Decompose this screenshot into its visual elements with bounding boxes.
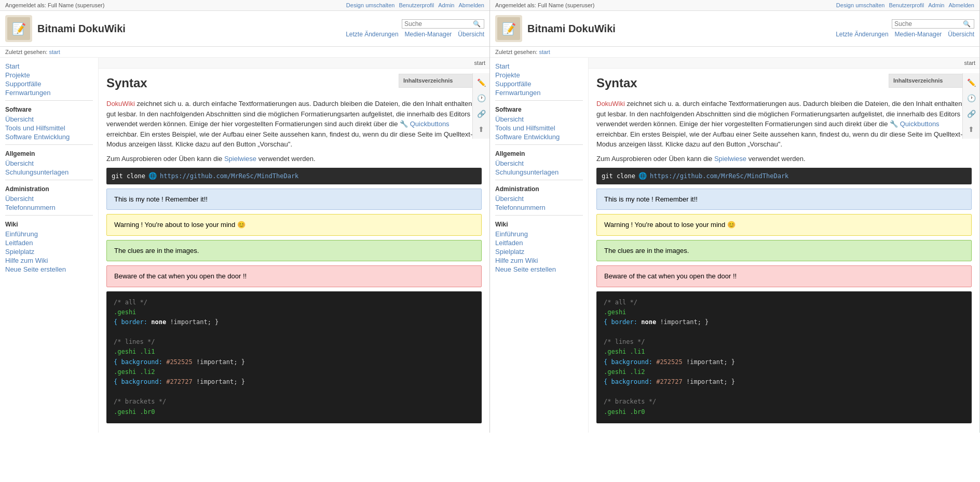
left-admin[interactable]: Admin: [438, 2, 454, 8]
left-sidebar-einfuhrung[interactable]: Einführung: [5, 230, 93, 238]
right-logout[interactable]: Abmelden: [948, 2, 974, 8]
left-cs-important3: !important; }: [193, 378, 245, 385]
left-sidebar-schulung[interactable]: Schulungsunterlagen: [5, 168, 93, 177]
left-site-title: Bitnami DokuWiki: [37, 23, 126, 35]
left-sidebar-neue-seite[interactable]: Neue Seite erstellen: [5, 265, 93, 274]
left-main-layout: Start Projekte Supportfälle Fernwartunge…: [0, 58, 489, 433]
right-sidebar-leitfaden[interactable]: Leitfaden: [495, 238, 583, 247]
right-sidebar-hilfe[interactable]: Hilfe zum Wiki: [495, 256, 583, 265]
right-sidebar-einfuhrung[interactable]: Einführung: [495, 230, 583, 238]
left-sidebar-spielplatz[interactable]: Spielplatz: [5, 247, 93, 256]
right-sidebar-supportfaelle[interactable]: Supportfälle: [495, 79, 583, 88]
right-user-profile[interactable]: Benutzerprofil: [889, 2, 924, 8]
right-search-button[interactable]: 🔍: [962, 20, 972, 28]
left-sidebar-ubersicht-sw[interactable]: Übersicht: [5, 115, 93, 124]
left-sidebar-software-title: Software: [5, 106, 93, 113]
left-user-profile[interactable]: Benutzerprofil: [399, 2, 434, 8]
right-search-input[interactable]: [894, 20, 962, 28]
right-recent-changes[interactable]: Letzte Änderungen: [836, 31, 888, 38]
right-cs-important3: !important; }: [683, 378, 735, 385]
right-cs-none: none: [641, 318, 656, 326]
right-sidebar-projekte[interactable]: Projekte: [495, 71, 583, 79]
right-sidebar-hr1: [495, 100, 583, 101]
left-sidebar-start[interactable]: Start: [5, 62, 93, 71]
left-sidebar: Start Projekte Supportfälle Fernwartunge…: [0, 58, 99, 433]
left-panel: Angemeldet als: Full Name (superuser) De…: [0, 0, 490, 433]
left-sidebar-projekte[interactable]: Projekte: [5, 71, 93, 79]
left-git-url[interactable]: https://github.com/MrReSc/MindTheDark: [160, 171, 298, 181]
right-sidebar-allgemein-title: Allgemein: [495, 150, 583, 157]
right-overview[interactable]: Übersicht: [948, 31, 974, 38]
right-page-title-text: start: [964, 60, 975, 66]
left-tool-up[interactable]: ⬆: [475, 123, 487, 136]
left-cs-lines-pad: */: [147, 338, 155, 345]
left-sidebar-hilfe[interactable]: Hilfe zum Wiki: [5, 256, 93, 265]
right-tool-up[interactable]: ⬆: [965, 123, 977, 136]
right-media-manager[interactable]: Medien-Manager: [895, 31, 942, 38]
left-sidebar-telefon[interactable]: Telefonnummern: [5, 203, 93, 212]
left-tool-link[interactable]: 🔗: [475, 108, 487, 120]
left-breadcrumb-label: Zuletzt gesehen:: [5, 49, 47, 55]
right-search-wrap[interactable]: 🔍: [892, 19, 974, 29]
left-sidebar-hr1: [5, 100, 93, 101]
right-sidebar-neue-seite[interactable]: Neue Seite erstellen: [495, 265, 583, 274]
left-search-input[interactable]: [404, 20, 472, 28]
right-tool-link[interactable]: 🔗: [965, 108, 977, 120]
left-sidebar-tools[interactable]: Tools und Hilfsmittel: [5, 124, 93, 132]
left-logout[interactable]: Abmelden: [458, 2, 484, 8]
right-git-url[interactable]: https://github.com/MrReSc/MindTheDark: [650, 171, 788, 181]
right-sidebar-ubersicht-allg[interactable]: Übersicht: [495, 159, 583, 168]
left-git-clone-block: git clone 🌐 https://github.com/MrReSc/Mi…: [106, 168, 482, 184]
left-page-tools: ✏️ 🕐 🔗 ⬆: [472, 73, 489, 139]
right-sidebar-hr3: [495, 180, 583, 180]
right-cs-hash2: #272727: [656, 378, 683, 385]
left-content-area: start Inhaltsverzeichnis ▼ Syntax DokuWi…: [99, 58, 489, 433]
right-sidebar-fernwartungen[interactable]: Fernwartungen: [495, 88, 583, 97]
left-sidebar-supportfaelle[interactable]: Supportfälle: [5, 79, 93, 88]
left-nav-links: Letzte Änderungen Medien-Manager Übersic…: [346, 31, 484, 38]
left-topbar: Angemeldet als: Full Name (superuser) De…: [0, 0, 489, 11]
right-cs-geshi-li1: .geshi .li1: [604, 348, 645, 355]
right-tool-revisions[interactable]: 🕐: [965, 92, 977, 104]
left-tool-edit[interactable]: ✏️: [475, 76, 487, 89]
left-sidebar-ubersicht-admin[interactable]: Übersicht: [5, 194, 93, 203]
left-recent-changes[interactable]: Letzte Änderungen: [346, 31, 398, 38]
right-tool-edit[interactable]: ✏️: [965, 76, 977, 89]
right-sidebar-ubersicht-sw[interactable]: Übersicht: [495, 115, 583, 124]
left-sidebar-leitfaden[interactable]: Leitfaden: [5, 238, 93, 247]
right-sidebar-tools[interactable]: Tools und Hilfsmittel: [495, 124, 583, 132]
right-spielwiese-link[interactable]: Spielwiese: [714, 155, 746, 163]
right-breadcrumb: Zuletzt gesehen: start: [490, 47, 979, 58]
right-article: Inhaltsverzeichnis ▼ Syntax DokuWiki zei…: [589, 69, 979, 433]
left-cs-hash1: #252525: [166, 358, 193, 366]
left-spielwiese-link[interactable]: Spielwiese: [224, 155, 256, 163]
right-site-nav: 🔍 Letzte Änderungen Medien-Manager Übers…: [836, 19, 974, 38]
left-media-manager[interactable]: Medien-Manager: [405, 31, 452, 38]
left-overview[interactable]: Übersicht: [458, 31, 484, 38]
right-design-switch[interactable]: Design umschalten: [836, 2, 885, 8]
right-sidebar-start[interactable]: Start: [495, 62, 583, 71]
right-sidebar-sw-entwicklung[interactable]: Software Entwicklung: [495, 132, 583, 141]
right-sidebar-schulung[interactable]: Schulungsunterlagen: [495, 168, 583, 177]
right-admin[interactable]: Admin: [928, 2, 944, 8]
right-topbar: Angemeldet als: Full Name (superuser) De…: [490, 0, 979, 11]
left-sidebar-fernwartungen[interactable]: Fernwartungen: [5, 88, 93, 97]
left-design-switch[interactable]: Design umschalten: [346, 2, 395, 8]
right-site-title: Bitnami DokuWiki: [527, 23, 616, 35]
left-tool-revisions[interactable]: 🕐: [475, 92, 487, 104]
left-dokuwiki-link[interactable]: DokuWiki: [106, 100, 135, 108]
left-search-wrap[interactable]: 🔍: [402, 19, 484, 29]
left-quickbuttons-link[interactable]: Quickbuttons: [410, 120, 450, 128]
right-sidebar-telefon[interactable]: Telefonnummern: [495, 203, 583, 212]
left-search-button[interactable]: 🔍: [472, 20, 482, 28]
right-sidebar-spielplatz[interactable]: Spielplatz: [495, 247, 583, 256]
left-breadcrumb-start[interactable]: start: [49, 49, 60, 55]
left-sidebar-ubersicht-allg[interactable]: Übersicht: [5, 159, 93, 168]
right-sidebar-ubersicht-admin[interactable]: Übersicht: [495, 194, 583, 203]
left-page-title-text: start: [474, 60, 485, 66]
right-cs-brackets-pad: */: [649, 398, 656, 405]
right-breadcrumb-start[interactable]: start: [539, 49, 550, 55]
right-quickbuttons-link[interactable]: Quickbuttons: [900, 120, 940, 128]
right-dokuwiki-link[interactable]: DokuWiki: [596, 100, 625, 108]
left-sidebar-sw-entwicklung[interactable]: Software Entwicklung: [5, 132, 93, 141]
